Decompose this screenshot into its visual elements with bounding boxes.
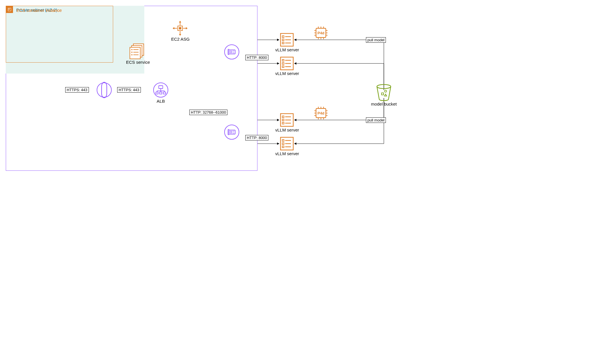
vllm-server-2b-label: vLLM server (274, 151, 300, 156)
ec2-asg-label: EC2 ASG (170, 37, 190, 42)
svg-rect-17 (9, 9, 10, 10)
p4d-chip-icon-1: P4d (313, 26, 329, 40)
architecture-diagram: PFN/PFE VPC Public subnet Private subnet… (6, 6, 427, 254)
svg-point-32 (131, 49, 132, 50)
vllm-server-1b-label: vLLM server (274, 71, 300, 76)
svg-point-18 (97, 83, 111, 97)
vllm-server-2a-label: vLLM server (274, 127, 300, 132)
vllm-server-icon-1b (280, 57, 294, 70)
svg-point-111 (385, 90, 387, 92)
eni-icon-1 (224, 44, 240, 60)
svg-rect-31 (130, 47, 140, 59)
edge-https-2: HTTPS: 443 (117, 87, 141, 93)
svg-point-34 (131, 52, 132, 53)
ecs-service-label: ECS service (125, 60, 151, 65)
vllm-server-icon-1a (280, 33, 294, 47)
svg-point-36 (131, 54, 132, 55)
internet-gateway-icon (96, 82, 112, 98)
edge-http-dyn: HTTP: 32768--61000 (189, 110, 227, 115)
edge-https-1: HTTPS: 443 (65, 87, 89, 93)
svg-text:P4d: P4d (317, 111, 324, 115)
edge-pull-model-1: pull model (366, 37, 386, 43)
alb-label: ALB (153, 99, 169, 104)
group-ecs-instance-2-label: ECS container instance (16, 8, 62, 13)
vllm-server-icon-2a (280, 113, 294, 127)
model-bucket-label: model bucket (369, 102, 398, 106)
group-ecs-instance-2: ECS container instance (6, 6, 113, 63)
ec2-asg-icon (172, 20, 188, 36)
p4d-chip-icon-2: P4d (313, 106, 329, 120)
alb-icon (153, 82, 169, 98)
ecs-service-icon (129, 43, 146, 59)
ecs-instance-icon (6, 6, 13, 13)
svg-text:P4d: P4d (317, 31, 324, 35)
vllm-server-icon-2b (280, 137, 294, 151)
edge-http-8000-2: HTTP: 8000 (245, 135, 268, 140)
edge-pull-model-2: pull model (366, 117, 386, 123)
s3-bucket-icon (375, 84, 393, 101)
eni-icon-2 (224, 124, 240, 140)
svg-point-110 (377, 85, 391, 89)
vllm-server-1a-label: vLLM server (274, 47, 300, 52)
svg-rect-112 (382, 93, 384, 95)
edge-http-8000-1: HTTP: 8000 (245, 55, 268, 60)
svg-rect-39 (179, 27, 181, 29)
